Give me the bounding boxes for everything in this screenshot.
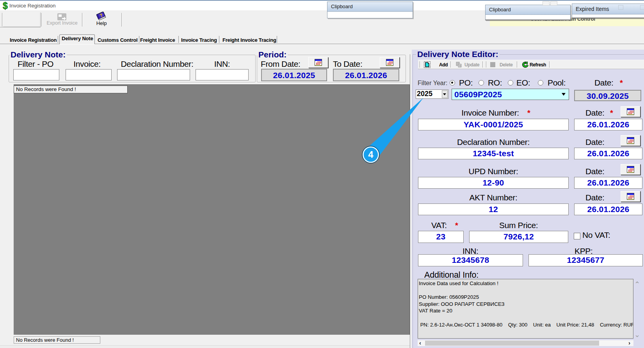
svg-text:4: 4 <box>368 149 374 160</box>
